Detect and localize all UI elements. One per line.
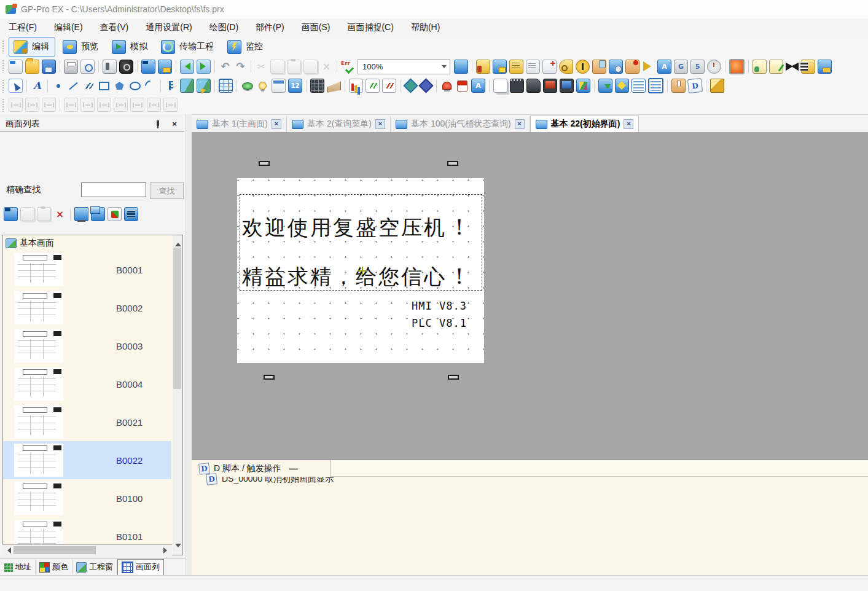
dot-tool-icon[interactable] [52, 79, 65, 92]
mode-button[interactable]: 模拟 [107, 37, 154, 57]
screen-settings-icon[interactable] [158, 60, 172, 74]
menu-item[interactable]: 画面捕捉(C) [338, 19, 402, 36]
menu-item[interactable]: 帮助(H) [402, 19, 448, 36]
plc-version-text[interactable]: PLC V8.1 [412, 317, 467, 329]
window-part-icon[interactable] [493, 79, 507, 93]
print-icon[interactable] [64, 60, 78, 74]
screen-list-horizontal-scrollbar[interactable] [2, 544, 172, 556]
fit-screen-icon[interactable] [454, 60, 468, 74]
mode-button[interactable]: 监控 [222, 37, 269, 57]
exact-search-input[interactable] [81, 182, 146, 197]
window-edge-icon[interactable] [818, 60, 832, 74]
screen-list-item[interactable]: B0004 [3, 365, 171, 403]
line-graph-part-icon[interactable] [382, 79, 396, 93]
screen-tab[interactable]: 基本 2(查询菜单) × [287, 116, 391, 132]
screen-list-item[interactable]: B0022 [3, 441, 171, 479]
special-part-icon[interactable] [615, 79, 629, 93]
address-block-icon[interactable] [476, 60, 490, 74]
data-display-part-icon[interactable] [272, 79, 286, 93]
collapse-icon[interactable]: — [289, 464, 298, 474]
security-password-icon[interactable] [576, 60, 590, 74]
scrollbar-thumb[interactable] [173, 248, 181, 389]
memo-edit-icon[interactable] [769, 60, 783, 74]
search-button[interactable]: 查找 [150, 182, 184, 199]
scroll-up-icon[interactable] [175, 240, 181, 246]
text-table-icon[interactable]: A [657, 60, 671, 74]
operation-lock-icon[interactable] [592, 60, 606, 74]
security-key-icon[interactable] [559, 60, 573, 74]
screen-tab[interactable]: 基本 100(油气桶状态查询) × [391, 116, 530, 132]
symbol-editor-icon[interactable] [786, 60, 799, 73]
copy-screens-icon[interactable] [91, 207, 105, 221]
mode-button[interactable]: 预览 [58, 37, 104, 57]
undo-icon[interactable]: ↶ [219, 60, 232, 73]
project-information-icon[interactable] [103, 60, 117, 74]
selection-handle[interactable] [259, 161, 270, 166]
convert-screens-icon[interactable] [108, 207, 122, 221]
touch-operation-icon[interactable] [625, 60, 639, 74]
date-part-icon[interactable]: 12 [288, 79, 302, 93]
copy-icon[interactable] [270, 60, 284, 74]
new-screen-icon[interactable] [141, 60, 155, 74]
screen-list-vertical-scrollbar[interactable] [173, 235, 183, 555]
menu-item[interactable]: 画面(S) [293, 19, 339, 36]
meter2-part-icon[interactable] [420, 79, 432, 92]
selection-handle[interactable] [448, 375, 459, 380]
image-place-tool-icon[interactable] [197, 79, 211, 93]
movie-part-icon[interactable] [526, 79, 541, 93]
alarm-banner-part-icon[interactable] [456, 79, 469, 92]
zoom-select[interactable]: 100% [358, 59, 450, 74]
global-crossref-icon[interactable]: G [674, 60, 688, 74]
save-project-icon[interactable] [42, 60, 56, 74]
mode-button[interactable]: 传输工程 [156, 37, 220, 57]
paste-icon[interactable] [287, 60, 301, 74]
screen-color-icon[interactable] [729, 59, 745, 74]
sound-icon[interactable] [642, 60, 655, 73]
package-part-icon[interactable] [710, 79, 724, 93]
menu-item[interactable]: 编辑(E) [45, 19, 92, 36]
tree-node-base-screens[interactable]: 基本画面 [3, 235, 182, 251]
print-preview-icon[interactable] [80, 60, 95, 74]
duplicate-icon[interactable] [303, 60, 318, 74]
bar-graph-part-icon[interactable] [349, 79, 363, 93]
parts-palette-icon[interactable] [542, 60, 557, 74]
scroll-down-icon[interactable] [175, 544, 181, 550]
previous-screen-icon[interactable] [180, 60, 194, 74]
time-schedule-icon[interactable] [707, 60, 721, 74]
copy-screen-icon[interactable] [20, 207, 34, 221]
comment-list-icon[interactable] [753, 60, 767, 74]
hmi-version-text[interactable]: HMI V8.3 [412, 300, 467, 312]
alarm-part-icon[interactable] [440, 79, 453, 92]
open-project-icon[interactable] [25, 60, 39, 74]
text-display-part-icon[interactable]: A [471, 79, 485, 93]
menu-item[interactable]: 工程(F) [0, 19, 45, 36]
screen-list-item[interactable]: B0003 [3, 327, 171, 365]
scale-tool-icon[interactable] [165, 79, 178, 92]
image-tool-icon[interactable] [180, 79, 194, 93]
panel-tab[interactable]: 颜色 [36, 560, 72, 574]
screen-list-item[interactable]: B0002 [3, 289, 171, 327]
address-settings-icon[interactable] [493, 60, 507, 74]
select-cursor-icon[interactable] [9, 79, 23, 93]
film-part-icon[interactable] [510, 79, 524, 93]
pin-icon[interactable] [154, 120, 162, 128]
data-list-part-icon[interactable] [648, 78, 663, 93]
polyline-tool-icon[interactable] [82, 79, 95, 92]
keypad-part-icon[interactable] [310, 79, 324, 93]
lamp-part-icon[interactable] [256, 79, 269, 92]
screen-list-item[interactable]: B0021 [3, 403, 171, 441]
screen-tab[interactable]: 基本 1(主画面) × [192, 116, 287, 132]
scroll-right-icon[interactable] [163, 547, 170, 554]
scroll-left-icon[interactable] [4, 547, 11, 554]
close-icon[interactable]: × [170, 119, 179, 129]
selection-handle[interactable] [264, 375, 275, 380]
line-tool-icon[interactable] [67, 79, 80, 92]
hmi-text-line1[interactable]: 欢迎使用复盛空压机 ! [242, 214, 483, 242]
csv-export-icon[interactable] [526, 60, 540, 74]
editor-canvas[interactable]: 欢迎使用复盛空压机 ! 精益求精，给您信心 ! HMI V8.3 PLC V8.… [192, 132, 868, 460]
switch-part-icon[interactable] [241, 79, 254, 92]
mode-button[interactable]: 编辑 [9, 37, 55, 57]
menu-item[interactable]: 通用设置(R) [137, 19, 200, 36]
screen-list-item[interactable]: B0100 [3, 479, 171, 517]
menu-item[interactable]: 部件(P) [247, 19, 293, 36]
